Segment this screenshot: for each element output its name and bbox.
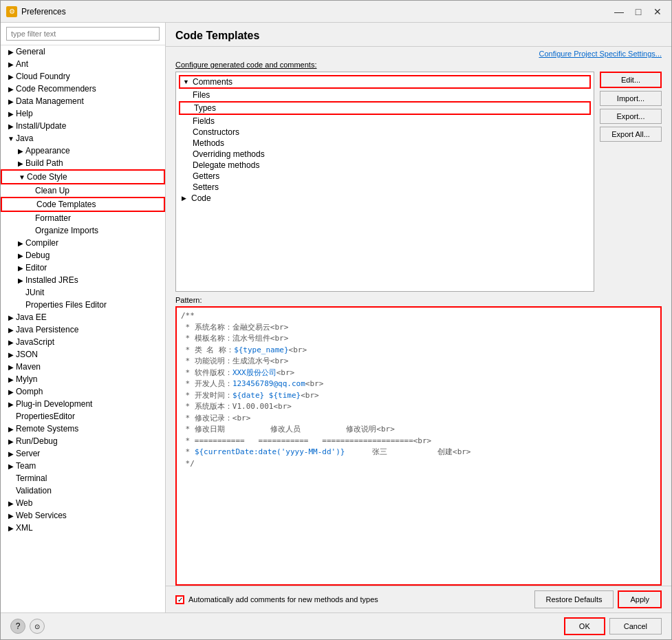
arrow-icon: ▶ xyxy=(16,275,25,285)
template-item-fields[interactable]: Fields xyxy=(179,116,591,127)
sidebar-item-code-templates[interactable]: Code Templates xyxy=(1,197,165,212)
template-item-code[interactable]: ▶ Code xyxy=(179,193,591,204)
checkmark-icon: ✓ xyxy=(177,596,183,604)
sidebar-item-compiler[interactable]: ▶ Compiler xyxy=(1,237,165,249)
sidebar-item-cloud-foundry[interactable]: ▶ Cloud Foundry xyxy=(1,70,165,83)
template-item-files[interactable]: Files xyxy=(179,89,591,100)
sidebar-item-java-persistence[interactable]: ▶ Java Persistence xyxy=(1,323,165,336)
template-item-types[interactable]: Types xyxy=(179,101,591,115)
sidebar-item-maven[interactable]: ▶ Maven xyxy=(1,361,165,373)
cancel-button[interactable]: Cancel xyxy=(609,618,662,634)
arrow-icon: ▶ xyxy=(6,312,16,322)
sidebar-item-data-management[interactable]: ▶ Data Management xyxy=(1,95,165,107)
sidebar-item-label: Build Path xyxy=(25,158,63,168)
sidebar-item-plug-in-development[interactable]: ▶ Plug-in Development xyxy=(1,398,165,410)
template-item-setters[interactable]: Setters xyxy=(179,182,591,193)
templates-tree: ▼ Comments Files Types Fields xyxy=(175,72,594,292)
sidebar-item-build-path[interactable]: ▶ Build Path xyxy=(1,157,165,169)
sidebar-item-clean-up[interactable]: Clean Up xyxy=(1,184,165,197)
arrow-icon: ▶ xyxy=(6,350,16,359)
template-item-methods[interactable]: Methods xyxy=(179,138,591,149)
sidebar-item-properties-files-editor[interactable]: Properties Files Editor xyxy=(1,299,165,311)
auto-comments-checkbox[interactable]: ✓ xyxy=(175,595,184,604)
sidebar-item-label: Cloud Foundry xyxy=(16,72,70,81)
ok-button[interactable]: OK xyxy=(564,617,605,635)
sidebar-item-organize-imports[interactable]: Organize Imports xyxy=(1,224,165,237)
close-button[interactable]: ✕ xyxy=(649,3,666,20)
sidebar-item-installed-jres[interactable]: ▶ Installed JREs xyxy=(1,274,165,286)
template-item-label: Delegate methods xyxy=(193,160,259,170)
sidebar-item-label: Formatter xyxy=(35,213,71,223)
sidebar-item-code-style[interactable]: ▼ Code Style xyxy=(1,169,165,184)
sidebar-item-general[interactable]: ▶ General xyxy=(1,45,165,58)
sidebar-item-mylyn[interactable]: ▶ Mylyn xyxy=(1,373,165,385)
edit-button[interactable]: Edit... xyxy=(600,72,662,88)
arrow-icon: ▶ xyxy=(6,337,16,347)
sidebar-item-java-ee[interactable]: ▶ Java EE xyxy=(1,311,165,323)
template-item-comments[interactable]: ▼ Comments xyxy=(179,75,591,89)
template-item-label: Fields xyxy=(193,116,215,126)
title-bar: ⚙ Preferences — □ ✕ xyxy=(1,1,671,23)
sidebar-item-label: Debug xyxy=(25,250,50,260)
sidebar-item-javascript[interactable]: ▶ JavaScript xyxy=(1,336,165,348)
arrow-icon: ▶ xyxy=(6,461,16,471)
side-buttons: Edit... Import... Export... Export All..… xyxy=(600,72,662,292)
sidebar-item-web-services[interactable]: ▶ Web Services xyxy=(1,509,165,522)
apply-button[interactable]: Apply xyxy=(618,590,662,608)
sidebar-item-editor[interactable]: ▶ Editor xyxy=(1,262,165,274)
sidebar-item-team[interactable]: ▶ Team xyxy=(1,460,165,472)
sidebar-item-label: Install/Update xyxy=(16,121,66,131)
sidebar-item-web[interactable]: ▶ Web xyxy=(1,497,165,509)
sidebar-item-remote-systems[interactable]: ▶ Remote Systems xyxy=(1,423,165,435)
export-all-button[interactable]: Export All... xyxy=(600,127,662,142)
panel-toolbar: Configure Project Specific Settings... xyxy=(166,47,671,61)
template-item-getters[interactable]: Getters xyxy=(179,171,591,182)
sidebar-item-properties-editor[interactable]: PropertiesEditor xyxy=(1,410,165,423)
sidebar-item-ant[interactable]: ▶ Ant xyxy=(1,58,165,70)
app-icon: ⚙ xyxy=(6,6,17,17)
configure-project-link[interactable]: Configure Project Specific Settings... xyxy=(539,50,662,58)
sidebar-item-run-debug[interactable]: ▶ Run/Debug xyxy=(1,435,165,447)
export-button[interactable]: Export... xyxy=(600,109,662,124)
help-icon[interactable]: ? xyxy=(10,619,25,634)
template-item-overriding-methods[interactable]: Overriding methods xyxy=(179,149,591,160)
sidebar-item-label: Remote Systems xyxy=(16,424,78,434)
config-desc: Configure generated code and comments: xyxy=(175,61,662,69)
maximize-button[interactable]: □ xyxy=(630,3,647,20)
template-item-constructors[interactable]: Constructors xyxy=(179,127,591,138)
sidebar-item-junit[interactable]: JUnit xyxy=(1,286,165,299)
sidebar-item-json[interactable]: ▶ JSON xyxy=(1,348,165,361)
sidebar-item-code-recommenders[interactable]: ▶ Code Recommenders xyxy=(1,83,165,95)
sidebar-item-validation[interactable]: Validation xyxy=(1,484,165,497)
sidebar-item-label: Ant xyxy=(16,59,28,69)
sidebar-item-label: Maven xyxy=(16,362,41,372)
arrow-icon: ▶ xyxy=(6,96,16,106)
sidebar-item-label: Appearance xyxy=(25,146,70,156)
info-icon[interactable]: ⊙ xyxy=(30,619,45,634)
arrow-icon: ▼ xyxy=(17,172,27,182)
search-input[interactable] xyxy=(6,27,160,41)
arrow-icon: ▶ xyxy=(6,121,16,131)
sidebar-item-formatter[interactable]: Formatter xyxy=(1,212,165,224)
sidebar-item-install-update[interactable]: ▶ Install/Update xyxy=(1,120,165,132)
import-button[interactable]: Import... xyxy=(600,91,662,106)
minimize-button[interactable]: — xyxy=(611,3,627,20)
restore-defaults-button[interactable]: Restore Defaults xyxy=(534,590,614,608)
sidebar-item-appearance[interactable]: ▶ Appearance xyxy=(1,145,165,157)
sidebar-item-java[interactable]: ▼ Java xyxy=(1,132,165,145)
sidebar-item-oomph[interactable]: ▶ Oomph xyxy=(1,385,165,398)
templates-section: ▼ Comments Files Types Fields xyxy=(175,72,662,292)
arrow-icon: ▶ xyxy=(6,449,16,458)
sidebar-item-server[interactable]: ▶ Server xyxy=(1,447,165,460)
template-item-delegate-methods[interactable]: Delegate methods xyxy=(179,160,591,171)
preferences-window: ⚙ Preferences — □ ✕ ▶ General ▶ Ant xyxy=(0,0,672,640)
sidebar-item-help[interactable]: ▶ Help xyxy=(1,107,165,120)
sidebar-item-label: Data Management xyxy=(16,96,84,106)
sidebar-item-xml[interactable]: ▶ XML xyxy=(1,522,165,534)
sidebar-item-label: Mylyn xyxy=(16,374,37,384)
template-item-label: Comments xyxy=(193,77,232,87)
sidebar-item-debug[interactable]: ▶ Debug xyxy=(1,249,165,262)
sidebar-item-terminal[interactable]: Terminal xyxy=(1,472,165,484)
arrow-icon: ▶ xyxy=(16,158,25,168)
pattern-box[interactable]: /** * 系统名称：金融交易云<br> * 模板名称：流水号组件<br> * … xyxy=(175,306,662,586)
